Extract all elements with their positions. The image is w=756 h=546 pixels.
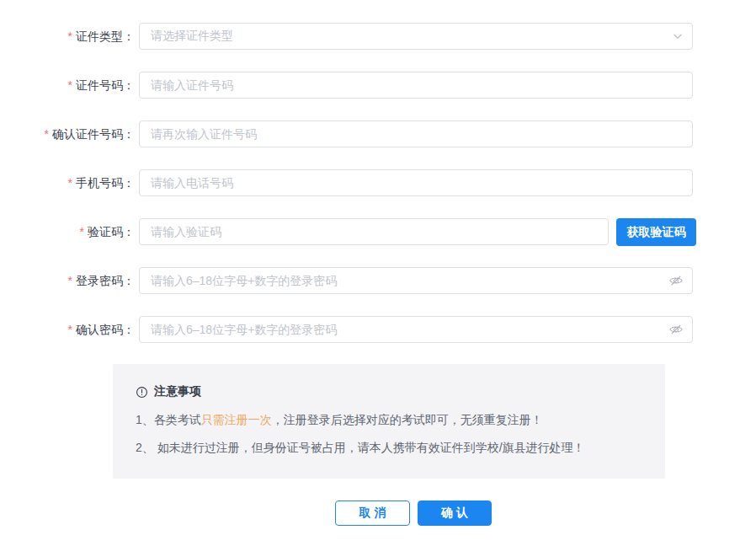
eye-off-icon[interactable] — [668, 322, 684, 337]
required-asterisk: * — [68, 176, 72, 190]
login-password-label: *登录密码： — [0, 267, 135, 294]
certificate-type-select[interactable]: 请选择证件类型 — [139, 23, 693, 50]
select-placeholder: 请选择证件类型 — [151, 29, 233, 44]
warning-circle-icon — [136, 386, 148, 399]
chevron-down-icon — [672, 30, 684, 42]
notice-line1-suffix: ，注册登录后选择对应的考试即可，无须重复注册！ — [272, 413, 543, 426]
field-label-text: 确认证件号码： — [52, 127, 135, 141]
required-asterisk: * — [68, 274, 72, 287]
verification-code-input[interactable] — [139, 218, 609, 245]
confirm-password-input[interactable] — [139, 316, 693, 343]
registration-form-page: *证件类型： 请选择证件类型 *证件号码： *确认证件号码： *手机号码： — [0, 0, 756, 546]
certificate-number-label: *证件号码： — [0, 72, 135, 99]
field-label-text: 证件号码： — [76, 78, 135, 92]
notice-line1-prefix: 1、各类考试 — [136, 413, 201, 426]
confirm-certificate-number-label: *确认证件号码： — [0, 120, 135, 147]
field-label-text: 登录密码： — [76, 274, 135, 287]
confirm-button[interactable]: 确 认 — [418, 500, 492, 526]
required-asterisk: * — [80, 225, 84, 238]
get-verification-code-button[interactable]: 获取验证码 — [616, 218, 696, 246]
form-row-confirm-password: *确认密码： — [0, 316, 756, 343]
confirm-certificate-number-input[interactable] — [139, 120, 693, 147]
confirm-password-label: *确认密码： — [0, 316, 135, 343]
notice-box: 注意事项 1、各类考试只需注册一次，注册登录后选择对应的考试即可，无须重复注册！… — [113, 364, 665, 479]
form-row-certificate-type: *证件类型： 请选择证件类型 — [0, 23, 756, 50]
verification-code-label: *验证码： — [0, 218, 135, 245]
field-label-text: 证件类型： — [76, 29, 135, 43]
certificate-number-input[interactable] — [139, 72, 693, 99]
notice-title-text: 注意事项 — [154, 384, 201, 399]
register-once-link[interactable]: 只需注册一次 — [201, 413, 272, 426]
notice-line-2: 2、 如未进行过注册，但身份证号被占用，请本人携带有效证件到学校/旗县进行处理！ — [136, 440, 642, 455]
field-label-text: 验证码： — [88, 225, 135, 238]
required-asterisk: * — [68, 78, 72, 92]
login-password-input[interactable] — [139, 267, 693, 294]
required-asterisk: * — [45, 127, 49, 141]
field-label-text: 确认密码： — [76, 323, 135, 336]
cancel-button[interactable]: 取 消 — [335, 500, 410, 526]
phone-number-label: *手机号码： — [0, 169, 135, 196]
form-row-verification-code: *验证码： 获取验证码 — [0, 218, 756, 245]
form-row-phone-number: *手机号码： — [0, 169, 756, 196]
notice-title: 注意事项 — [136, 384, 642, 399]
form-row-login-password: *登录密码： — [0, 267, 756, 294]
phone-number-input[interactable] — [139, 169, 693, 196]
eye-off-icon[interactable] — [668, 273, 684, 288]
notice-line-1: 1、各类考试只需注册一次，注册登录后选择对应的考试即可，无须重复注册！ — [136, 412, 642, 427]
form-row-certificate-number: *证件号码： — [0, 72, 756, 99]
certificate-type-label: *证件类型： — [0, 23, 135, 50]
required-asterisk: * — [68, 323, 72, 336]
field-label-text: 手机号码： — [76, 176, 135, 190]
required-asterisk: * — [68, 29, 72, 43]
form-row-confirm-certificate-number: *确认证件号码： — [0, 120, 756, 147]
